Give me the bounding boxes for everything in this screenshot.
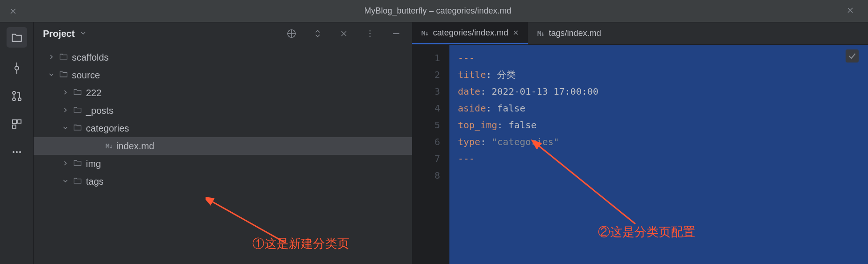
tree-label: _posts [86,105,114,116]
project-header: Project [34,22,412,45]
structure-tool-icon[interactable] [9,117,24,132]
svg-point-15 [370,30,371,32]
folder-icon [73,158,82,170]
tree-item-source[interactable]: source [34,66,412,84]
tree-item-img[interactable]: img [34,155,412,173]
close-tab-icon[interactable] [513,29,519,37]
tree-item-tags[interactable]: tags [34,173,412,190]
select-opened-file-icon[interactable] [285,27,298,40]
editor-tab[interactable]: M↓categories/index.md [412,22,528,44]
editor-area: M↓categories/index.mdM↓tags/index.md 123… [412,22,868,264]
collapse-all-icon[interactable] [337,27,350,40]
line-number: 7 [412,150,440,167]
svg-point-0 [15,66,19,70]
svg-point-17 [370,36,371,37]
pull-requests-icon[interactable] [9,89,24,104]
chevron-right-icon[interactable] [62,89,69,97]
editor-tabs: M↓categories/index.mdM↓tags/index.md [412,22,868,45]
chevron-right-icon[interactable] [62,107,69,114]
svg-point-5 [18,98,21,101]
editor-body[interactable]: 12345678 --- title: 分类 date: 2022-01-13 … [412,45,868,264]
line-number: 1 [412,49,440,66]
tab-label: tags/index.md [549,28,601,38]
line-number: 6 [412,133,440,150]
svg-rect-6 [13,120,16,124]
file-tree: scaffoldssource222_postscategories M↓ind… [34,45,412,194]
svg-point-16 [370,33,371,35]
tree-item--posts[interactable]: _posts [34,102,412,119]
line-number: 8 [412,167,440,184]
close-window-icon[interactable] [9,7,17,15]
chevron-right-icon[interactable] [48,54,55,61]
line-number: 4 [412,100,440,117]
markdown-file-icon: M↓ [421,29,428,37]
line-number: 5 [412,117,440,133]
tab-label: categories/index.md [433,28,508,38]
folder-icon [59,69,68,81]
svg-point-11 [19,151,21,153]
svg-point-3 [13,91,15,94]
chevron-right-icon[interactable] [62,160,69,167]
chevron-down-icon[interactable] [62,178,69,185]
gutter: 12345678 [412,45,449,264]
folder-icon [73,105,82,117]
svg-rect-7 [18,120,21,123]
markdown-file-icon: M↓ [106,142,113,150]
chevron-down-icon[interactable] [48,71,55,79]
tree-label: tags [86,176,104,187]
recent-close-icon[interactable] [847,7,854,16]
line-number: 2 [412,66,440,83]
markdown-file-icon: M↓ [537,30,544,37]
chevron-down-icon[interactable] [62,125,69,132]
more-tool-icon[interactable] [9,145,24,160]
title-bar: MyBlog_butterfly – categories/index.md [0,0,868,22]
tree-label: img [86,159,101,169]
hide-panel-icon[interactable] [390,27,403,40]
window-title: MyBlog_butterfly – categories/index.md [17,6,859,16]
tree-item-index-md[interactable]: M↓index.md [34,137,412,155]
expand-all-icon[interactable] [311,27,324,40]
folder-icon [73,176,82,188]
project-panel: Project scaffoldssource222_postscategori… [34,22,412,264]
project-title: Project [43,28,75,39]
tool-sidebar [0,22,34,264]
tree-label: categories [86,123,129,134]
folder-icon [59,52,68,63]
tree-label: source [72,70,100,81]
project-tool-icon[interactable] [7,27,27,48]
commit-tool-icon[interactable] [9,61,24,76]
svg-point-9 [13,151,14,153]
settings-icon[interactable] [363,27,377,40]
code-area[interactable]: --- title: 分类 date: 2022-01-13 17:00:00 … [449,45,868,264]
tree-label: scaffolds [72,52,109,63]
inspection-check-icon[interactable] [846,49,859,63]
chevron-down-icon[interactable] [80,30,86,37]
line-number: 3 [412,83,440,100]
folder-icon [73,87,82,99]
tree-label: index.md [116,141,154,152]
svg-point-10 [16,151,18,153]
tree-item-categories[interactable]: categories [34,119,412,137]
folder-icon [73,123,82,134]
editor-tab[interactable]: M↓tags/index.md [528,22,611,44]
tree-item-222[interactable]: 222 [34,84,412,102]
svg-rect-8 [13,125,16,128]
svg-point-4 [13,98,15,101]
tree-item-scaffolds[interactable]: scaffolds [34,49,412,66]
tree-label: 222 [86,88,101,98]
